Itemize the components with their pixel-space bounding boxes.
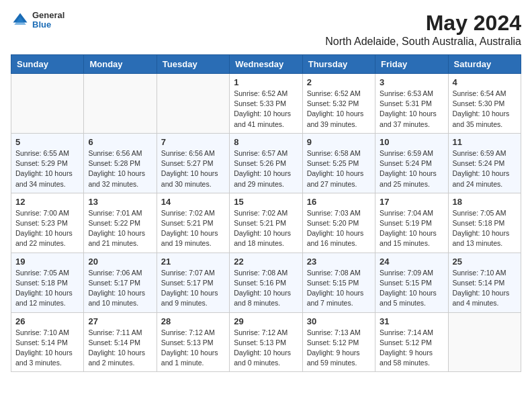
day-info-line: Sunrise: 7:08 AM [307,269,361,277]
day-info-line: Sunrise: 7:03 AM [307,209,361,217]
day-content: Sunrise: 6:55 AMSunset: 5:29 PMDaylight:… [15,148,79,189]
day-header-monday: Monday [84,55,157,74]
day-header-sunday: Sunday [11,55,84,74]
calendar-table: SundayMondayTuesdayWednesdayThursdayFrid… [11,54,521,372]
day-info-line: Sunset: 5:12 PM [307,338,359,347]
day-info-line: and 12 minutes. [15,299,66,307]
logo-blue: Blue [32,20,64,30]
day-content: Sunrise: 7:08 AMSunset: 5:15 PMDaylight:… [307,268,371,309]
day-number: 29 [234,316,298,326]
title-block: May 2024 North Adelaide, South Australia… [325,11,521,48]
calendar-cell [448,312,521,372]
day-info-line: Sunrise: 7:01 AM [88,209,142,217]
calendar-cell: 19Sunrise: 7:05 AMSunset: 5:18 PMDayligh… [11,253,84,312]
calendar-cell [157,74,229,134]
day-content: Sunrise: 7:12 AMSunset: 5:13 PMDaylight:… [234,328,298,369]
day-content: Sunrise: 7:06 AMSunset: 5:17 PMDaylight:… [88,268,152,309]
day-info-line: Daylight: 10 hours [161,289,218,297]
day-info-line: Daylight: 10 hours [307,229,364,237]
day-number: 8 [234,137,298,147]
day-info-line: Sunset: 5:29 PM [15,159,68,167]
day-info-line: Daylight: 10 hours [453,229,510,237]
day-info-line: Daylight: 10 hours [453,289,510,297]
day-info-line: Sunset: 5:13 PM [161,338,214,347]
day-info-line: Sunset: 5:18 PM [453,219,505,227]
day-number: 12 [15,197,79,207]
day-info-line: Daylight: 10 hours [234,349,291,357]
day-header-thursday: Thursday [302,55,375,74]
day-info-line: and 25 minutes. [380,180,430,188]
day-info-line: Daylight: 10 hours [15,169,73,177]
calendar-cell: 27Sunrise: 7:11 AMSunset: 5:14 PMDayligh… [84,312,157,372]
calendar-cell: 21Sunrise: 7:07 AMSunset: 5:17 PMDayligh… [157,253,229,312]
day-content: Sunrise: 7:03 AMSunset: 5:20 PMDaylight:… [307,208,371,249]
calendar-cell: 15Sunrise: 7:02 AMSunset: 5:21 PMDayligh… [230,193,302,253]
day-info-line: and 2 minutes. [88,359,134,367]
day-info-line: Daylight: 10 hours [307,169,364,177]
day-content: Sunrise: 7:10 AMSunset: 5:14 PMDaylight:… [15,328,79,369]
day-number: 14 [161,197,225,207]
day-content: Sunrise: 6:52 AMSunset: 5:32 PMDaylight:… [307,89,371,130]
day-info-line: Sunset: 5:33 PM [234,99,286,107]
day-info-line: and 22 minutes. [15,239,66,247]
day-info-line: Sunrise: 6:56 AM [161,149,215,157]
calendar-cell: 6Sunrise: 6:56 AMSunset: 5:28 PMDaylight… [84,133,157,193]
calendar-week-row: 1Sunrise: 6:52 AMSunset: 5:33 PMDaylight… [11,74,521,134]
logo-icon [11,11,30,30]
day-info-line: and 7 minutes. [307,299,353,307]
day-content: Sunrise: 7:14 AMSunset: 5:12 PMDaylight:… [380,328,443,369]
day-content: Sunrise: 6:59 AMSunset: 5:24 PMDaylight:… [453,148,517,189]
day-info-line: Sunset: 5:32 PM [307,99,359,107]
day-number: 3 [380,77,443,87]
day-info-line: Sunset: 5:28 PM [88,159,140,167]
day-info-line: Daylight: 10 hours [307,109,364,118]
day-info-line: Sunset: 5:24 PM [453,159,505,167]
calendar-title: May 2024 [325,11,521,36]
day-number: 26 [15,316,79,326]
day-info-line: Daylight: 10 hours [161,169,218,177]
day-info-line: Daylight: 10 hours [234,289,291,297]
day-info-line: and 59 minutes. [307,359,357,367]
day-info-line: Sunset: 5:15 PM [307,279,359,287]
day-content: Sunrise: 6:52 AMSunset: 5:33 PMDaylight:… [234,89,298,130]
day-content: Sunrise: 7:05 AMSunset: 5:18 PMDaylight:… [453,208,517,249]
day-number: 10 [380,137,443,147]
day-info-line: and 21 minutes. [88,239,138,247]
day-info-line: Sunrise: 6:52 AM [234,89,287,97]
day-info-line: Sunset: 5:31 PM [380,99,432,107]
logo-text: General Blue [32,11,64,30]
day-info-line: Sunset: 5:13 PM [234,338,286,347]
day-content: Sunrise: 6:59 AMSunset: 5:24 PMDaylight:… [380,148,443,189]
day-content: Sunrise: 7:09 AMSunset: 5:15 PMDaylight:… [380,268,443,309]
day-info-line: Sunrise: 7:09 AM [380,269,433,277]
day-info-line: Sunrise: 6:59 AM [380,149,433,157]
day-info-line: and 37 minutes. [380,120,430,128]
day-info-line: and 9 minutes. [161,299,208,307]
day-number: 1 [234,77,298,87]
day-info-line: Sunset: 5:30 PM [453,99,505,107]
calendar-cell: 22Sunrise: 7:08 AMSunset: 5:16 PMDayligh… [230,253,302,312]
day-info-line: and 39 minutes. [307,120,357,128]
day-info-line: Sunset: 5:22 PM [88,219,140,227]
calendar-cell [84,74,157,134]
day-info-line: Sunset: 5:17 PM [161,279,214,287]
day-info-line: Sunset: 5:12 PM [380,338,432,347]
day-info-line: and 24 minutes. [453,180,503,188]
day-info-line: Sunrise: 7:08 AM [234,269,287,277]
day-info-line: Sunrise: 7:12 AM [234,328,287,336]
day-number: 20 [88,257,152,267]
logo-general: General [32,11,64,20]
day-info-line: Sunrise: 6:55 AM [15,149,69,157]
day-info-line: and 32 minutes. [88,180,138,188]
calendar-cell: 18Sunrise: 7:05 AMSunset: 5:18 PMDayligh… [448,193,521,253]
calendar-cell: 16Sunrise: 7:03 AMSunset: 5:20 PMDayligh… [302,193,375,253]
calendar-cell: 7Sunrise: 6:56 AMSunset: 5:27 PMDaylight… [157,133,229,193]
day-info-line: and 15 minutes. [380,239,430,247]
day-content: Sunrise: 7:02 AMSunset: 5:21 PMDaylight:… [161,208,225,249]
day-info-line: and 19 minutes. [161,239,212,247]
day-content: Sunrise: 7:04 AMSunset: 5:19 PMDaylight:… [380,208,443,249]
calendar-cell: 17Sunrise: 7:04 AMSunset: 5:19 PMDayligh… [375,193,448,253]
day-info-line: Sunset: 5:14 PM [15,338,68,347]
day-info-line: Daylight: 10 hours [234,109,291,118]
day-info-line: Sunset: 5:21 PM [161,219,214,227]
